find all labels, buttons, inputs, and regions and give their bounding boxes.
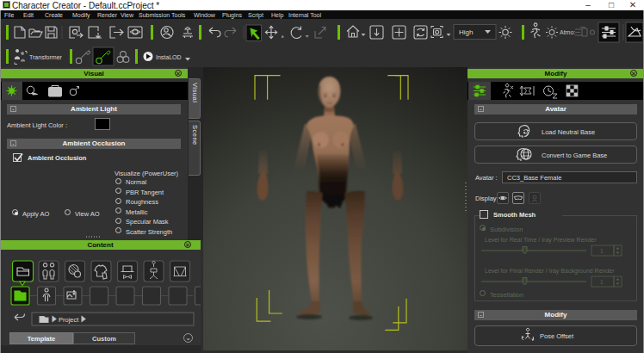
svg-text:1: 1 <box>600 279 604 285</box>
svg-text:High: High <box>459 28 473 36</box>
svg-text:1: 1 <box>600 248 604 254</box>
svg-text:InstaLOD: InstaLOD <box>156 54 182 60</box>
svg-text:Transformer: Transformer <box>29 54 63 60</box>
svg-text:Atmo:: Atmo: <box>560 29 575 35</box>
svg-text:Project: Project <box>59 316 79 324</box>
